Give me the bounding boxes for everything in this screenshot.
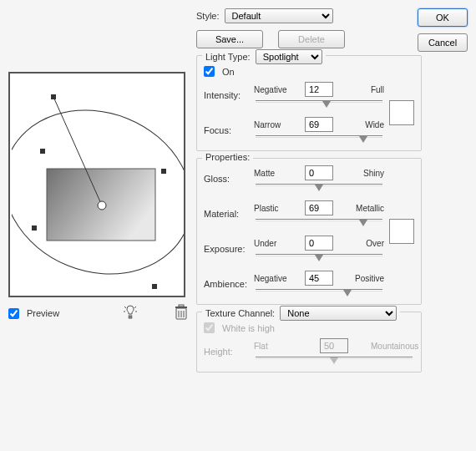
svg-rect-5	[32, 226, 37, 231]
preview-checkbox[interactable]	[8, 308, 19, 319]
ambience-label: Ambience:	[204, 279, 254, 289]
gloss-label: Gloss:	[204, 174, 254, 184]
ambience-slider[interactable]	[254, 287, 384, 297]
delete-button: Delete	[278, 30, 345, 48]
on-label: On	[222, 67, 235, 77]
svg-rect-18	[179, 305, 184, 307]
ok-button[interactable]: OK	[418, 8, 468, 27]
preview-label: Preview	[27, 308, 59, 318]
intensity-field[interactable]	[305, 82, 333, 97]
material-max: Metallic	[341, 204, 384, 213]
focus-min: Narrow	[254, 120, 297, 129]
height-max: Mountainous	[371, 342, 414, 351]
svg-line-10	[134, 307, 136, 308]
ambience-min: Negative	[254, 274, 297, 283]
light-type-label: Light Type:	[205, 52, 251, 62]
height-label: Height:	[204, 347, 254, 357]
exposure-min: Under	[254, 239, 297, 248]
white-high-checkbox	[204, 322, 215, 333]
focus-label: Focus:	[204, 125, 254, 135]
intensity-max: Full	[341, 85, 384, 94]
lightbulb-icon[interactable]	[122, 304, 139, 322]
ambience-thumb[interactable]	[343, 290, 352, 296]
svg-rect-7	[161, 169, 166, 174]
height-min: Flat	[254, 342, 297, 351]
properties-label: Properties:	[202, 152, 253, 162]
gloss-max: Shiny	[341, 169, 384, 178]
cancel-button[interactable]: Cancel	[418, 33, 468, 52]
material-field[interactable]	[305, 200, 333, 215]
svg-line-9	[124, 307, 126, 308]
material-slider[interactable]	[254, 217, 384, 227]
exposure-field[interactable]	[305, 236, 333, 251]
svg-rect-6	[40, 149, 45, 154]
style-label: Style:	[196, 11, 220, 21]
white-high-label: White is high	[222, 323, 275, 333]
material-label: Material:	[204, 209, 254, 219]
gloss-min: Matte	[254, 169, 297, 178]
intensity-slider[interactable]	[254, 99, 384, 109]
height-thumb	[330, 357, 338, 364]
material-thumb[interactable]	[359, 220, 367, 226]
exposure-thumb[interactable]	[315, 255, 323, 261]
trash-icon[interactable]	[174, 304, 189, 322]
gloss-field[interactable]	[305, 165, 333, 180]
height-slider	[254, 355, 414, 365]
style-select[interactable]: Default	[225, 8, 333, 23]
save-button[interactable]: Save...	[196, 30, 263, 48]
focus-field[interactable]	[305, 117, 333, 132]
focus-max: Wide	[341, 120, 384, 129]
ambient-color-swatch[interactable]	[389, 219, 414, 244]
gloss-slider[interactable]	[254, 182, 384, 192]
light-type-select[interactable]: Spotlight	[256, 49, 322, 64]
focus-slider[interactable]	[254, 134, 384, 144]
svg-point-3	[98, 201, 106, 210]
focus-thumb[interactable]	[359, 136, 367, 143]
texture-label: Texture Channel:	[205, 308, 275, 318]
texture-select[interactable]: None	[280, 306, 397, 321]
exposure-slider[interactable]	[254, 252, 384, 262]
light-gizmo[interactable]	[12, 75, 184, 296]
intensity-min: Negative	[254, 85, 297, 94]
exposure-label: Exposure:	[204, 244, 254, 254]
svg-rect-4	[51, 94, 56, 99]
light-color-swatch[interactable]	[389, 100, 414, 125]
preview-area[interactable]	[8, 72, 185, 297]
material-min: Plastic	[254, 204, 297, 213]
svg-rect-8	[152, 284, 157, 289]
height-field	[320, 338, 348, 353]
gloss-thumb[interactable]	[315, 185, 323, 191]
intensity-label: Intensity:	[204, 90, 254, 100]
ambience-max: Positive	[341, 274, 384, 283]
exposure-max: Over	[341, 239, 384, 248]
on-checkbox[interactable]	[204, 66, 215, 77]
ambience-field[interactable]	[305, 271, 333, 286]
intensity-thumb[interactable]	[322, 101, 331, 108]
